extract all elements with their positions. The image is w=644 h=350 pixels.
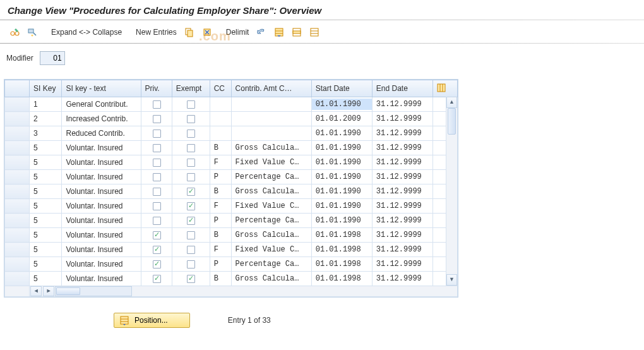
expand-collapse-button[interactable]: Expand <-> Collapse: [48, 26, 125, 39]
priv-checkbox[interactable]: [153, 144, 161, 152]
cell-exempt[interactable]: [172, 155, 210, 170]
cell-cc[interactable]: P: [210, 170, 231, 184]
cell-start-date[interactable]: 01.01.1990: [311, 214, 372, 228]
scroll-up-button[interactable]: ▲: [446, 97, 457, 108]
row-selector[interactable]: [5, 155, 30, 170]
exempt-checkbox[interactable]: [187, 144, 195, 152]
cell-start-date[interactable]: 01.01.2009: [311, 112, 372, 126]
delimit-button[interactable]: Delimit: [223, 26, 253, 39]
cell-start-date[interactable]: 01.01.1990: [311, 155, 372, 170]
cell-start-date[interactable]: 01.01.1990: [311, 141, 372, 155]
cell-si-text[interactable]: Voluntar. Insured: [62, 170, 141, 184]
cell-start-date[interactable]: 01.01.1990: [311, 97, 372, 112]
cell-exempt[interactable]: [172, 170, 210, 184]
cell-si-text[interactable]: Voluntar. Insured: [62, 243, 141, 257]
cell-contrib-amt[interactable]: Gross Calcula…: [231, 141, 311, 155]
cell-exempt[interactable]: [172, 199, 210, 214]
cell-priv[interactable]: [141, 228, 172, 243]
cell-contrib-amt[interactable]: Gross Calcula…: [231, 184, 311, 199]
scroll-right-button[interactable]: ►: [43, 286, 54, 296]
priv-checkbox[interactable]: [153, 100, 161, 109]
cell-priv[interactable]: [141, 141, 172, 155]
priv-checkbox[interactable]: [153, 231, 161, 239]
cell-cc[interactable]: [210, 112, 231, 126]
col-end-date[interactable]: End Date: [372, 80, 432, 97]
row-selector[interactable]: [5, 228, 30, 243]
cell-contrib-amt[interactable]: Percentage Ca…: [231, 170, 311, 184]
exempt-checkbox[interactable]: [187, 188, 195, 196]
priv-checkbox[interactable]: [153, 188, 161, 196]
row-selector[interactable]: [5, 257, 30, 272]
cell-priv[interactable]: [141, 257, 172, 272]
col-contrib-amt[interactable]: Contrib. Amt C…: [231, 80, 311, 97]
select-block-button[interactable]: [289, 25, 305, 39]
cell-si-text[interactable]: Voluntar. Insured: [62, 272, 141, 286]
cell-si-key[interactable]: 5: [30, 199, 62, 214]
cell-start-date[interactable]: 01.01.1990: [311, 126, 372, 141]
col-si-text[interactable]: SI key - text: [62, 80, 141, 97]
find-button[interactable]: [24, 25, 40, 39]
cell-cc[interactable]: [210, 126, 231, 141]
priv-checkbox[interactable]: [153, 260, 161, 269]
cell-contrib-amt[interactable]: Gross Calcula…: [231, 228, 311, 243]
deselect-all-button[interactable]: [306, 25, 323, 39]
cell-end-date[interactable]: 31.12.9999: [372, 228, 432, 243]
priv-checkbox[interactable]: [153, 115, 161, 123]
cell-priv[interactable]: [141, 126, 172, 141]
row-selector[interactable]: [5, 272, 30, 286]
h-scroll-track[interactable]: [55, 286, 132, 296]
exempt-checkbox[interactable]: [187, 217, 195, 225]
cell-contrib-amt[interactable]: Percentage Ca…: [231, 257, 311, 272]
exempt-checkbox[interactable]: [187, 202, 195, 210]
row-selector[interactable]: [5, 199, 30, 214]
undo-button[interactable]: [253, 25, 270, 39]
cell-cc[interactable]: [210, 97, 231, 112]
cell-contrib-amt[interactable]: [231, 126, 311, 141]
cell-contrib-amt[interactable]: [231, 97, 311, 112]
cell-cc[interactable]: B: [210, 141, 231, 155]
cell-start-date[interactable]: 01.01.1990: [311, 184, 372, 199]
cell-end-date[interactable]: 31.12.9999: [372, 170, 432, 184]
row-selector[interactable]: [5, 243, 30, 257]
cell-si-key[interactable]: 5: [30, 228, 62, 243]
exempt-checkbox[interactable]: [187, 173, 195, 181]
cell-exempt[interactable]: [172, 112, 210, 126]
cell-start-date[interactable]: 01.01.1998: [311, 272, 372, 286]
cell-si-text[interactable]: General Contribut.: [62, 97, 141, 112]
cell-end-date[interactable]: 31.12.9999: [372, 141, 432, 155]
exempt-checkbox[interactable]: [187, 159, 195, 167]
priv-checkbox[interactable]: [153, 202, 161, 210]
cell-cc[interactable]: B: [210, 184, 231, 199]
cell-contrib-amt[interactable]: Gross Calcula…: [231, 272, 311, 286]
position-button[interactable]: Position...: [114, 313, 190, 328]
priv-checkbox[interactable]: [153, 159, 161, 167]
cell-cc[interactable]: F: [210, 155, 231, 170]
cell-si-text[interactable]: Voluntar. Insured: [62, 228, 141, 243]
cell-si-key[interactable]: 5: [30, 257, 62, 272]
new-entries-button[interactable]: New Entries: [133, 26, 180, 39]
select-all-button[interactable]: [271, 25, 287, 39]
cell-si-key[interactable]: 5: [30, 155, 62, 170]
cell-cc[interactable]: B: [210, 272, 231, 286]
cell-si-key[interactable]: 5: [30, 170, 62, 184]
cell-exempt[interactable]: [172, 141, 210, 155]
cell-end-date[interactable]: 31.12.9999: [372, 155, 432, 170]
cell-start-date[interactable]: 01.01.1998: [311, 228, 372, 243]
col-start-date[interactable]: Start Date: [311, 80, 372, 97]
cell-end-date[interactable]: 31.12.9999: [372, 97, 432, 112]
col-priv[interactable]: Priv.: [141, 80, 172, 97]
col-si-key[interactable]: SI Key: [30, 80, 62, 97]
exempt-checkbox[interactable]: [187, 100, 195, 109]
cell-si-key[interactable]: 5: [30, 214, 62, 228]
cell-contrib-amt[interactable]: Fixed Value C…: [231, 243, 311, 257]
configure-columns-button[interactable]: [432, 80, 457, 97]
cell-end-date[interactable]: 31.12.9999: [372, 126, 432, 141]
cell-end-date[interactable]: 31.12.9999: [372, 184, 432, 199]
cell-contrib-amt[interactable]: Fixed Value C…: [231, 155, 311, 170]
cell-priv[interactable]: [141, 155, 172, 170]
cell-contrib-amt[interactable]: [231, 112, 311, 126]
cell-exempt[interactable]: [172, 243, 210, 257]
cell-end-date[interactable]: 31.12.9999: [372, 112, 432, 126]
cell-cc[interactable]: F: [210, 199, 231, 214]
cell-end-date[interactable]: 31.12.9999: [372, 243, 432, 257]
